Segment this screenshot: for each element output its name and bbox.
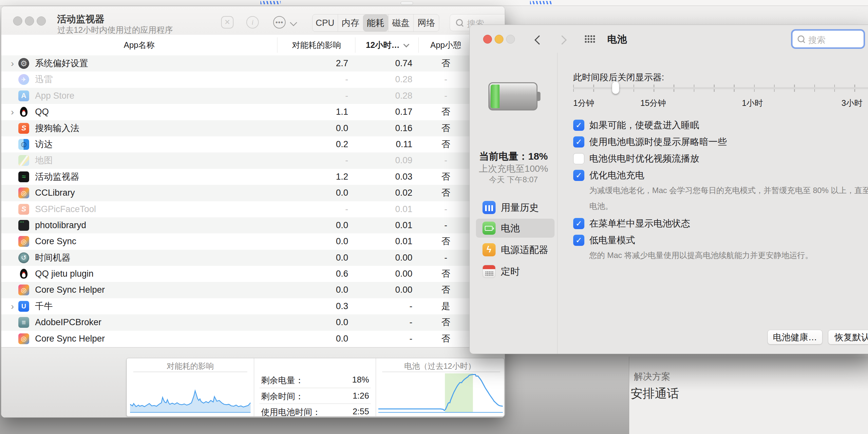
table-row[interactable]: QQ jietu plugin 0.6 0.00 否 <box>1 266 505 282</box>
stat-value: 1:26 <box>320 391 369 401</box>
disclosure-chevron-icon[interactable] <box>8 217 17 233</box>
disclosure-chevron-icon[interactable] <box>8 266 17 282</box>
sort-chevron-icon <box>403 41 409 47</box>
system-preferences-icon <box>18 58 29 69</box>
quit-process-button[interactable]: ✕ <box>221 16 234 29</box>
app-nap-value: 否 <box>419 233 472 250</box>
table-row[interactable]: › QQ 1.1 0.17 否 <box>1 104 505 120</box>
table-row[interactable]: SGPicFaceTool - 0.01 - <box>1 201 505 217</box>
disclosure-chevron-icon[interactable] <box>8 250 17 266</box>
table-row[interactable]: photolibraryd 0.0 0.01 - <box>1 217 505 233</box>
time-machine-icon <box>18 252 29 263</box>
disclosure-chevron-icon[interactable] <box>8 88 17 104</box>
clipped-text-fragment <box>260 1 281 4</box>
chevron-down-icon[interactable] <box>290 19 298 27</box>
checkbox-checked-icon[interactable]: ✓ <box>573 120 584 131</box>
twelve-hour-value: 0.01 <box>356 201 412 217</box>
disclosure-chevron-icon[interactable] <box>8 331 17 347</box>
stat-label: 剩余时间： <box>261 391 304 402</box>
checkbox-row[interactable]: ✓如果可能，使硬盘进入睡眠 <box>573 119 868 131</box>
checkbox-row[interactable]: ✓在菜单栏中显示电池状态 <box>573 218 868 229</box>
table-row[interactable]: › 千牛 0.3 - 是 <box>1 298 505 314</box>
disclosure-chevron-icon[interactable] <box>8 152 17 169</box>
checkbox-checked-icon[interactable]: ✓ <box>573 136 584 147</box>
disclosure-chevron-icon[interactable] <box>8 233 17 250</box>
minimize-button[interactable] <box>25 17 34 26</box>
table-row[interactable]: CCLibrary 0.0 0.02 否 <box>1 185 505 201</box>
disclosure-chevron-icon[interactable]: › <box>8 104 17 120</box>
back-button[interactable] <box>534 35 544 45</box>
column-header-app-name[interactable]: App名称 <box>1 35 277 55</box>
sidebar-item-usage-history[interactable]: 用量历史 <box>476 198 555 217</box>
table-row[interactable]: App Store - 0.28 - <box>1 88 505 104</box>
tab-网络[interactable]: 网络 <box>413 15 439 31</box>
battery-icon <box>483 222 496 235</box>
disclosure-chevron-icon[interactable] <box>8 282 17 298</box>
table-row[interactable]: Core Sync 0.0 0.01 否 <box>1 233 505 250</box>
table-row[interactable]: › 系统偏好设置 2.7 0.74 否 <box>1 55 505 71</box>
info-icon: i <box>252 18 253 27</box>
more-options-button[interactable]: ••• <box>273 16 286 29</box>
inspect-process-button[interactable]: i <box>246 16 259 29</box>
table-row[interactable]: AdobeIPCBroker 0.0 - 否 <box>1 314 505 330</box>
close-button[interactable] <box>13 17 22 26</box>
show-all-grid-icon[interactable] <box>584 35 595 43</box>
energy-impact-value: 0.0 <box>278 314 348 330</box>
close-button[interactable] <box>483 35 492 44</box>
checkbox-checked-icon[interactable]: ✓ <box>573 235 584 246</box>
slider-thumb[interactable] <box>612 81 619 94</box>
zoom-button[interactable] <box>506 35 515 44</box>
tab-磁盘[interactable]: 磁盘 <box>388 15 414 31</box>
checkbox-row[interactable]: ✓使用电池电源时使显示屏略暗一些 <box>573 136 868 148</box>
restore-defaults-button[interactable]: 恢复默认值 <box>828 330 868 345</box>
disclosure-chevron-icon[interactable]: › <box>8 298 17 314</box>
disclosure-chevron-icon[interactable]: › <box>8 55 17 71</box>
table-row[interactable]: Core Sync Helper 0.0 0.00 否 <box>1 282 505 298</box>
minimize-button[interactable] <box>495 35 503 44</box>
adobe-cc-icon <box>18 334 29 344</box>
tab-能耗[interactable]: 能耗 <box>363 15 388 31</box>
checkbox-label: 低电量模式 <box>589 234 635 247</box>
forward-button[interactable] <box>557 35 567 45</box>
battery-options-list: ✓如果可能，使硬盘进入睡眠✓使用电池电源时使显示屏略暗一些电池供电时优化视频流播… <box>573 119 868 267</box>
disclosure-chevron-icon[interactable] <box>8 314 17 330</box>
battery-health-button[interactable]: 电池健康… <box>768 330 823 345</box>
column-header-12hr[interactable]: 12小时… <box>356 35 418 55</box>
sidebar-item-battery[interactable]: 电池 <box>476 219 555 238</box>
checkbox-row[interactable]: ✓低电量模式 <box>573 234 868 246</box>
twelve-hour-value: 0.00 <box>356 250 412 266</box>
table-row[interactable]: 活动监视器 1.2 0.03 否 <box>1 169 505 185</box>
disclosure-chevron-icon[interactable] <box>8 201 17 217</box>
disclosure-chevron-icon[interactable] <box>8 185 17 201</box>
column-header-energy-impact[interactable]: 对能耗的影响 <box>278 35 355 55</box>
tab-内存[interactable]: 内存 <box>338 15 363 31</box>
disclosure-chevron-icon[interactable] <box>8 120 17 136</box>
tab-CPU[interactable]: CPU <box>312 15 338 31</box>
search-field[interactable]: 搜索 <box>792 30 864 48</box>
disclosure-chevron-icon[interactable] <box>8 136 17 152</box>
checkbox-checked-icon[interactable]: ✓ <box>573 218 584 229</box>
checkbox-description: 您的 Mac 将减少电量使用以提高电池续航能力并更安静地运行。 <box>589 249 868 262</box>
checkbox-checked-icon[interactable]: ✓ <box>573 170 584 181</box>
sidebar-item-schedule[interactable]: 定时 <box>476 262 555 281</box>
table-row[interactable]: Core Sync Helper 0.0 - 否 <box>1 331 505 347</box>
table-row[interactable]: 访达 0.2 0.11 否 <box>1 136 505 152</box>
sidebar-item-power-adapter[interactable]: 电源适配器 <box>476 240 555 259</box>
app-nap-value: 否 <box>419 331 472 347</box>
table-row[interactable]: 搜狗输入法 0.0 0.16 否 <box>1 120 505 136</box>
zoom-button[interactable] <box>37 17 46 26</box>
checkbox-unchecked-icon[interactable] <box>573 153 584 164</box>
checkbox-row[interactable]: 电池供电时优化视频流播放 <box>573 153 868 165</box>
checkbox-description: 为减缓电池老化，Mac 会学习您每日的充电模式，并暂缓充电至 80% 以上，直至… <box>589 184 868 197</box>
checkbox-row[interactable]: ✓优化电池充电 <box>573 170 868 181</box>
disclosure-chevron-icon[interactable] <box>8 169 17 185</box>
disclosure-chevron-icon[interactable] <box>8 71 17 88</box>
twelve-hour-value: 0.02 <box>356 185 412 201</box>
battery-chart-title: 电池（过去12小时） <box>391 361 489 371</box>
checkbox-label: 电池供电时优化视频流播放 <box>589 152 699 165</box>
table-row[interactable]: 时间机器 0.0 0.00 - <box>1 250 505 266</box>
table-row[interactable]: 地图 - 0.09 - <box>1 152 505 169</box>
column-header-app-nap[interactable]: App小憩 <box>419 35 472 55</box>
energy-impact-value: 1.2 <box>278 169 348 185</box>
table-row[interactable]: 迅雷 - 0.28 - <box>1 71 505 88</box>
